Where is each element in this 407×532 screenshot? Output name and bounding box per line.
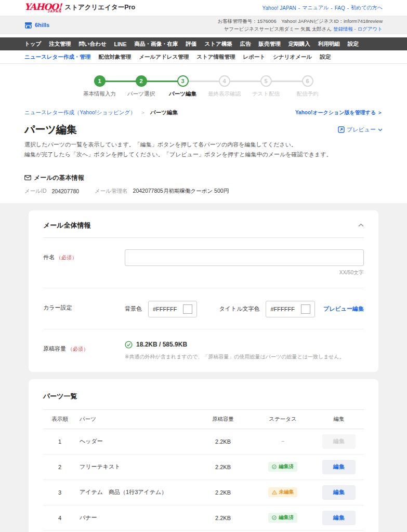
edit-button[interactable]: 編集 [322,460,356,474]
edit-button-disabled: 編集 [322,434,356,449]
capacity-note: ※共通の外枠が含まれますので、「原稿容量」の使用総量はパーツの総量とは一致しませ… [125,353,364,361]
step-schedule: 6 配信予約 [287,75,329,98]
title-row: パーツ編集 プレビュー [0,123,407,137]
row-part-name: フリーテキスト [76,463,194,471]
nav-order-management[interactable]: 注文管理 [49,41,71,48]
title-color-label: タイトル文字色 [219,305,259,313]
table-row: 2 フリーテキスト 2.2KB 編集済 編集 [43,455,364,480]
product-name: ストアクリエイターPro [64,3,135,13]
nav-top[interactable]: トップ [24,41,41,48]
user-name: ヤフービジネスサービス用ダミー 矢風 太郎さん [224,26,332,32]
nav-sales[interactable]: 販売管理 [259,41,281,48]
nav-line[interactable]: LINE [114,41,127,47]
top-links: Yahoo! JAPAN- マニュアル- FAQ- 初めての方へ [262,4,383,11]
table-row: 4 バナー 2.2KB 編集済 編集 [43,506,364,531]
nav-billing[interactable]: 利用明細 [318,41,340,48]
edit-button[interactable]: 編集 [322,485,356,500]
step-basic-info: 1 基本情報入力 [79,75,121,98]
capacity-required-mark: （必須） [68,346,88,352]
sub-nav: ニュースレター作成・管理 配信対象管理 メールアドレス管理 ストア情報管理 レポ… [0,50,407,64]
status-badge-edited: 編集済 [268,462,297,472]
row-size: 2.2KB [194,515,252,521]
breadcrumb-separator: ＞ [140,109,146,115]
mail-id-value: 204207780 [52,188,80,194]
subnav-newsletter[interactable]: ニュースレター作成・管理 [24,54,90,61]
account-bar: 6hills お客様管理番号：1576006 Yahoo! JAPANビジネスI… [0,16,407,34]
link-manual[interactable]: マニュアル [302,4,329,11]
row-order: 4 [43,515,76,521]
breadcrumb-current: パーツ編集 [150,109,178,115]
breadcrumb-newsletter-link[interactable]: ニュースレター作成（Yahoo!ショッピング） [24,109,136,115]
row-order: 3 [43,489,76,496]
table-header: 表示順 パーツ 原稿容量 ステータス 編集 [43,409,364,429]
collapse-chevron-up-icon[interactable] [358,223,364,227]
register-info-link[interactable]: 登録情報 [333,26,353,32]
step-label: 基本情報入力 [79,90,121,98]
nav-store-build[interactable]: ストア構築 [204,41,232,48]
logout-link[interactable]: ログアウト [357,26,383,32]
account-info: お客様管理番号：1576006 Yahoo! JAPANビジネスID：infor… [217,17,383,33]
col-part: パーツ [76,416,194,423]
yahoo-japan-logo[interactable]: YAHOO! JAPAN [24,3,61,14]
nav-subscription[interactable]: 定期購入 [288,41,310,48]
nav-ads[interactable]: 広告 [240,41,251,48]
nav-inquiry[interactable]: 問い合わせ [78,41,106,48]
step-label: 配信予約 [287,90,329,98]
row-order: 1 [43,438,76,445]
nav-products[interactable]: 商品・画像・在庫 [134,41,178,48]
preview-button[interactable]: プレビュー [338,126,383,134]
row-order: 2 [43,464,76,470]
content-section: メール全体情報 件名 （必須） XX/50文字 カラー設定 背景色 #FFFFF… [0,203,407,532]
step-parts-select: 2 パーツ選択 [121,75,162,98]
step-test-delivery: 5 テスト配信 [245,75,287,98]
row-size: 2.2KB [194,438,252,445]
capacity-value: 18.2KB / 585.9KB [136,341,187,348]
row-part-name: バナー [76,514,194,522]
nav-rating[interactable]: 評価 [186,41,196,48]
subnav-report[interactable]: レポート [243,54,265,61]
bg-color-picker[interactable]: #FFFFFF [148,301,197,317]
row-size: 2.2KB [194,489,252,496]
main-nav: トップ 注文管理 問い合わせ LINE 商品・画像・在庫 評価 ストア構築 広告… [0,37,407,50]
subject-input[interactable] [125,249,364,266]
subnav-scenario-mail[interactable]: シナリオメール [273,54,312,61]
title-color-swatch[interactable] [301,304,310,314]
store-icon [24,22,32,29]
status-badge-edited: 編集済 [268,513,297,523]
step-circle: 3 [177,75,189,87]
preview-edit-link[interactable]: プレビュー編集 [323,305,364,313]
subnav-store-info[interactable]: ストア情報管理 [196,54,235,61]
status-none: － [280,438,286,444]
step-label: 最終表示確認 [204,90,245,98]
title-color-hex: #FFFFFF [270,306,294,312]
subject-label: 件名 [43,254,55,260]
row-part-name: ヘッダー [76,437,194,445]
row-size: 2.2KB [194,464,252,470]
bg-color-swatch[interactable] [183,304,192,314]
breadcrumb: ニュースレター作成（Yahoo!ショッピング） ＞ パーツ編集 [24,109,178,116]
subject-row: 件名 （必須） XX/50文字 [43,238,364,288]
subnav-mail-address[interactable]: メールアドレス管理 [139,54,189,61]
step-circle: 4 [219,75,230,87]
preview-label: プレビュー [347,126,376,134]
subject-char-counter: XX/50文字 [125,269,364,276]
subnav-settings[interactable]: 設定 [320,54,331,61]
store-selector[interactable]: 6hills [24,22,49,29]
description-line2: 編集が完了したら「次へ」ボタンを押してください。「プレビュー」ボタンを押すと編集… [24,150,383,159]
step-label: パーツ選択 [121,90,162,98]
envelope-icon [24,175,31,180]
auction-version-link[interactable]: Yahoo!オークション版を管理する ＞ [295,109,383,116]
mail-id-label: メールID [24,188,47,195]
step-circle: 2 [136,75,147,87]
step-label: パーツ編集 [162,90,204,98]
link-beginners[interactable]: 初めての方へ [351,4,383,11]
link-yahoo-japan[interactable]: Yahoo! JAPAN [262,5,296,11]
subnav-delivery-target[interactable]: 配信対象管理 [98,54,131,61]
nav-settings[interactable]: 設定 [348,41,359,48]
link-faq[interactable]: FAQ [335,5,345,11]
title-color-picker[interactable]: #FFFFFF [266,301,314,317]
color-settings-row: カラー設定 背景色 #FFFFFF タイトル文字色 #FFFFFF プレビュー編… [43,288,364,329]
edit-button[interactable]: 編集 [322,511,356,525]
customer-id-line: お客様管理番号：1576006 Yahoo! JAPANビジネスID：infor… [217,17,383,25]
mail-name-value: 2042077805月初期稼働クーポン 500円 [133,188,229,195]
